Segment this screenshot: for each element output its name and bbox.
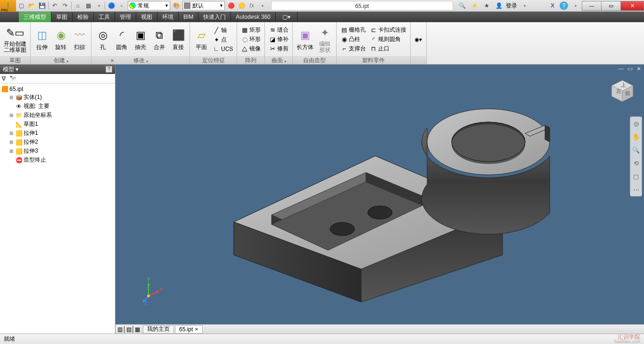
viewcube[interactable]: 左 前 上 <box>609 78 636 104</box>
tree-node[interactable]: ⊞📦实体(1) <box>1 93 114 102</box>
vp-restore-icon[interactable]: ▭ <box>627 66 633 72</box>
qat-fx-icon[interactable]: fx <box>247 0 257 11</box>
expand-icon[interactable]: ⊞ <box>8 148 14 154</box>
style-dropdown[interactable]: 常规 ▼ <box>128 1 170 10</box>
combine-button[interactable]: ⧉合并 <box>151 27 168 52</box>
ribbon-collapse-button[interactable]: ◉▾ <box>413 36 423 43</box>
tab-sketch[interactable]: 草图 <box>51 12 73 22</box>
tree-node[interactable]: ⊞🟨拉伸1 <box>1 129 114 138</box>
tab-env[interactable]: 环境 <box>157 12 179 22</box>
help-icon[interactable]: ? <box>560 1 568 10</box>
tree-node[interactable]: ⛔造型终止 <box>1 156 114 164</box>
tree-node[interactable]: ⊞🟨拉伸2 <box>1 138 114 147</box>
qat-home-icon[interactable]: ⌂ <box>73 0 83 11</box>
viewport-3d[interactable]: — ▭ ✕ 左 前 上 ◎ ✋ 🔍 ⟲ ▢ ⋯ <box>116 65 644 334</box>
snap-button[interactable]: ⊏卡扣式连接 <box>369 25 407 34</box>
tab-close-icon[interactable]: ✕ <box>195 327 198 332</box>
nav-zoom-icon[interactable]: 🔍 <box>631 145 641 155</box>
qat-save-icon[interactable]: 💾 <box>37 0 47 11</box>
tree-node[interactable]: ⊞🟨拉伸3 <box>1 147 114 156</box>
panel-expand-icon[interactable] <box>146 57 148 64</box>
qat-adjust-icon[interactable]: 🔴 <box>226 0 236 11</box>
tab-manage[interactable]: 管理 <box>115 12 136 22</box>
tab-tools[interactable]: 工具 <box>94 12 115 22</box>
tab-bim[interactable]: BIM <box>179 12 198 22</box>
close-button[interactable]: ✕ <box>620 1 644 11</box>
comm-icon[interactable]: ⚡ <box>469 0 479 11</box>
tree-node[interactable]: ⊞📁原始坐标系 <box>1 111 114 120</box>
expand-icon[interactable]: ⊞ <box>8 131 14 136</box>
tab-inspect[interactable]: 检验 <box>73 12 94 22</box>
qat-select-icon[interactable]: ▦ <box>83 0 93 11</box>
filter-icon[interactable]: ∇ <box>2 75 6 82</box>
doc-tab-icons[interactable]: ▥│▤│▦ <box>117 326 140 333</box>
plane-button[interactable]: ▱平面 <box>193 27 210 52</box>
panel-expand-icon[interactable] <box>284 57 286 64</box>
trim-button[interactable]: ✂修剪 <box>268 44 289 53</box>
qat-undo-icon[interactable]: ↶ <box>50 0 60 11</box>
nav-wheel-icon[interactable]: ◎ <box>631 119 641 128</box>
qat-new-icon[interactable]: ▢ <box>16 0 26 11</box>
expand-icon[interactable]: ⊞ <box>8 95 14 100</box>
app-logo[interactable]: I <box>0 0 16 12</box>
doc-tab-home[interactable]: 我的主页 <box>143 325 174 334</box>
rfillet-button[interactable]: ◜规则圆角 <box>369 35 407 44</box>
qat-material-icon[interactable]: 🔵 <box>106 0 116 11</box>
minimize-button[interactable]: — <box>582 1 602 11</box>
fillet-button[interactable]: ◜圆角 <box>113 27 130 52</box>
nav-lookat-icon[interactable]: ▢ <box>631 172 641 181</box>
revolve-button[interactable]: ◉旋转 <box>52 27 69 52</box>
lip-button[interactable]: ⊓止口 <box>369 44 407 53</box>
sweep-button[interactable]: 〰扫掠 <box>71 27 88 52</box>
qat-measure-icon[interactable]: 🟡 <box>236 0 247 11</box>
panel-expand-icon[interactable] <box>66 57 68 64</box>
hole-button[interactable]: ◎孔 <box>94 27 111 52</box>
extrude-button[interactable]: ◫拉伸 <box>33 27 50 52</box>
direct-button[interactable]: ⬛直接 <box>170 27 187 52</box>
tab-getstarted[interactable]: 快速入门 <box>198 12 231 22</box>
mirror-button[interactable]: ⧋镜像 <box>240 44 262 53</box>
vp-minimize-icon[interactable]: — <box>618 66 624 72</box>
start-2d-sketch-button[interactable]: ✎▭ 开始创建 二维草图 <box>3 25 27 54</box>
doc-tab-file[interactable]: 65.ipt✕ <box>175 325 203 334</box>
tab-3dmodel[interactable]: 三维模型 <box>19 12 51 22</box>
qat-color-icon[interactable]: 🎨 <box>171 0 182 11</box>
tab-extra[interactable]: ▢▾ <box>276 12 297 22</box>
ucs-button[interactable]: ∟UCS <box>212 45 234 53</box>
expand-icon[interactable]: ⊞ <box>8 139 14 145</box>
point-button[interactable]: ✦点 <box>212 35 234 44</box>
star-icon[interactable]: ★ <box>481 0 492 11</box>
search-tree-icon[interactable]: 🔭 <box>9 75 17 82</box>
browser-close-icon[interactable]: ✕ <box>110 58 114 63</box>
expand-icon[interactable]: ⊞ <box>8 113 14 118</box>
tree-node[interactable]: 👁视图: 主要 <box>1 102 114 111</box>
tab-a360[interactable]: Autodesk 360 <box>231 12 275 22</box>
qat-redo-icon[interactable]: ↷ <box>60 0 70 11</box>
patch-button[interactable]: ◪修补 <box>268 35 289 44</box>
qat-appearance-icon[interactable]: ▫ <box>116 0 127 11</box>
shell-button[interactable]: ▣抽壳 <box>132 27 149 52</box>
tree-node[interactable]: 📐草图1 <box>1 120 114 129</box>
qat-open-icon[interactable]: 📂 <box>26 0 37 11</box>
layer-dropdown[interactable]: 默认 ▼ <box>182 1 225 10</box>
edit-form-button[interactable]: ✦编辑 形状 <box>316 25 333 54</box>
stitch-button[interactable]: ≋缝合 <box>268 25 289 34</box>
login-link[interactable]: 登录 <box>506 2 517 10</box>
qat-more-dropdown[interactable] <box>257 0 267 11</box>
nav-orbit-icon[interactable]: ⟲ <box>631 158 641 168</box>
user-icon[interactable]: 👤 <box>494 0 504 11</box>
search-icon[interactable]: 🔍 <box>457 0 467 11</box>
grill-button[interactable]: ▤栅格孔 <box>339 25 367 34</box>
nav-pan-icon[interactable]: ✋ <box>631 132 641 141</box>
vp-close-icon[interactable]: ✕ <box>636 66 641 72</box>
browser-help-icon[interactable]: ? <box>106 66 112 73</box>
rest-button[interactable]: ⌐支撑台 <box>339 44 367 53</box>
login-dropdown[interactable] <box>519 0 529 11</box>
help-dropdown[interactable] <box>570 0 580 11</box>
box-button[interactable]: ▣长方体 <box>296 27 314 52</box>
boss-button[interactable]: ◉凸柱 <box>339 35 367 44</box>
nav-more-icon[interactable]: ⋯ <box>631 185 641 194</box>
qat-dropdown[interactable] <box>93 0 104 11</box>
exchange-icon[interactable]: X <box>547 0 558 11</box>
tree-root[interactable]: 🟧 65.ipt <box>1 85 114 93</box>
